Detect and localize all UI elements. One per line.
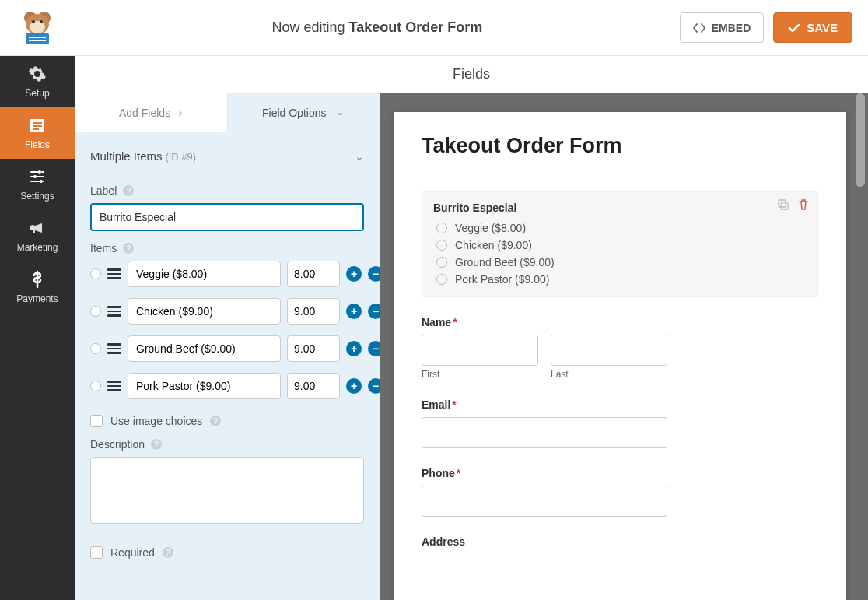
editing-title: Now editing Takeout Order Form <box>75 19 680 36</box>
help-icon[interactable]: ? <box>123 185 134 196</box>
sidebar-item-payments[interactable]: Payments <box>0 261 75 313</box>
selected-field-label: Burrito Especial <box>433 202 807 214</box>
option-text: Veggie ($8.00) <box>455 222 526 234</box>
svg-rect-12 <box>33 128 39 130</box>
add-item-button[interactable]: + <box>346 341 362 356</box>
embed-button[interactable]: EMBED <box>680 12 765 43</box>
help-icon[interactable]: ? <box>123 243 134 254</box>
selected-field-block[interactable]: Burrito Especial Veggie ($8.00) Chicken … <box>422 191 818 297</box>
remove-item-button[interactable]: − <box>368 304 380 319</box>
email-input[interactable] <box>422 417 667 448</box>
use-image-choices-row[interactable]: Use image choices ? <box>90 415 364 427</box>
save-button[interactable]: SAVE <box>773 12 852 43</box>
default-radio[interactable] <box>90 381 101 391</box>
item-price-input[interactable] <box>287 261 340 287</box>
sidebar-item-marketing[interactable]: Marketing <box>0 210 75 261</box>
drag-handle-icon[interactable] <box>107 381 121 391</box>
first-name-input[interactable] <box>422 335 538 366</box>
code-icon <box>693 22 705 34</box>
item-row: + − <box>90 298 364 325</box>
items-label: Items <box>90 242 117 254</box>
panel-tabs: Add Fields Field Options <box>75 93 380 132</box>
add-item-button[interactable]: + <box>346 266 362 282</box>
sliders-icon <box>28 167 47 186</box>
first-sublabel: First <box>422 369 538 380</box>
description-textarea[interactable] <box>90 457 364 524</box>
drag-handle-icon[interactable] <box>107 306 121 317</box>
remove-item-button[interactable]: − <box>368 266 380 282</box>
now-editing-prefix: Now editing <box>271 19 345 35</box>
default-radio[interactable] <box>90 343 101 354</box>
sidebar-item-setup[interactable]: Setup <box>0 56 75 107</box>
required-row[interactable]: Required ? <box>90 546 364 559</box>
svg-point-13 <box>38 170 41 174</box>
sidebar-label: Payments <box>16 293 58 304</box>
radio-option[interactable]: Chicken ($9.00) <box>436 239 807 251</box>
label-label: Label <box>90 184 117 197</box>
item-price-input[interactable] <box>287 298 340 325</box>
item-name-input[interactable] <box>128 373 281 399</box>
svg-point-15 <box>40 180 43 183</box>
chevron-down-icon: ⌄ <box>355 150 364 163</box>
section-header[interactable]: Multiple Items (ID #9) ⌄ <box>90 148 364 174</box>
item-price-input[interactable] <box>287 335 340 362</box>
svg-rect-16 <box>779 200 786 207</box>
item-name-input[interactable] <box>128 335 281 362</box>
radio-option[interactable]: Veggie ($8.00) <box>436 222 807 234</box>
option-text: Chicken ($9.00) <box>455 239 532 251</box>
preview-phone-field[interactable]: Phone* <box>422 467 818 517</box>
required-asterisk: * <box>457 467 460 479</box>
sidebar-label: Setup <box>25 88 49 99</box>
item-price-input[interactable] <box>287 373 340 399</box>
label-input[interactable] <box>90 203 364 231</box>
svg-rect-6 <box>26 33 49 44</box>
items-list: + − + − <box>90 261 364 399</box>
item-name-input[interactable] <box>128 298 281 325</box>
item-name-input[interactable] <box>128 261 281 287</box>
sidebar-item-settings[interactable]: Settings <box>0 159 75 210</box>
phone-input[interactable] <box>422 486 667 517</box>
drag-handle-icon[interactable] <box>107 268 121 279</box>
trash-icon[interactable] <box>797 198 810 211</box>
last-name-input[interactable] <box>551 335 667 366</box>
add-item-button[interactable]: + <box>346 304 362 319</box>
preview-name-field[interactable]: Name* First Last <box>422 316 818 380</box>
default-radio[interactable] <box>90 306 101 317</box>
default-radio[interactable] <box>90 268 101 279</box>
preview-pane: Takeout Order Form Burrito Especial Vegg… <box>380 93 868 600</box>
svg-rect-8 <box>29 40 46 41</box>
required-asterisk: * <box>453 316 457 328</box>
description-label: Description <box>90 438 145 451</box>
svg-point-5 <box>40 20 43 23</box>
add-item-button[interactable]: + <box>346 378 362 394</box>
help-icon[interactable]: ? <box>151 439 162 450</box>
tab-field-options[interactable]: Field Options <box>228 93 380 132</box>
preview-form-title: Takeout Order Form <box>422 134 818 174</box>
checkbox[interactable] <box>90 415 103 427</box>
topbar: Now editing Takeout Order Form EMBED SAV… <box>0 0 868 56</box>
preview-address-field[interactable]: Address <box>422 535 818 548</box>
remove-item-button[interactable]: − <box>368 341 380 356</box>
preview-scrollbar[interactable] <box>856 93 865 600</box>
help-icon[interactable]: ? <box>163 547 173 558</box>
sidebar-item-fields[interactable]: Fields <box>0 107 75 159</box>
section-title: Multiple Items <box>90 149 163 163</box>
drag-handle-icon[interactable] <box>107 343 121 354</box>
remove-item-button[interactable]: − <box>368 378 380 394</box>
duplicate-icon[interactable] <box>777 198 789 211</box>
app-logo <box>0 10 75 46</box>
sidebar: Setup Fields Settings Marketing Payments <box>0 56 75 600</box>
item-row: + − <box>90 261 364 287</box>
help-icon[interactable]: ? <box>210 416 221 426</box>
tab-label: Add Fields <box>119 107 170 119</box>
tab-add-fields[interactable]: Add Fields <box>75 93 228 132</box>
checkbox[interactable] <box>90 546 103 559</box>
required-label: Required <box>110 546 155 559</box>
tab-label: Field Options <box>262 107 326 119</box>
address-label: Address <box>422 535 465 548</box>
radio-option[interactable]: Ground Beef ($9.00) <box>436 256 807 268</box>
preview-email-field[interactable]: Email* <box>422 398 818 448</box>
radio-option[interactable]: Pork Pastor ($9.00) <box>436 273 807 286</box>
form-icon <box>28 116 47 135</box>
svg-point-4 <box>32 20 35 23</box>
